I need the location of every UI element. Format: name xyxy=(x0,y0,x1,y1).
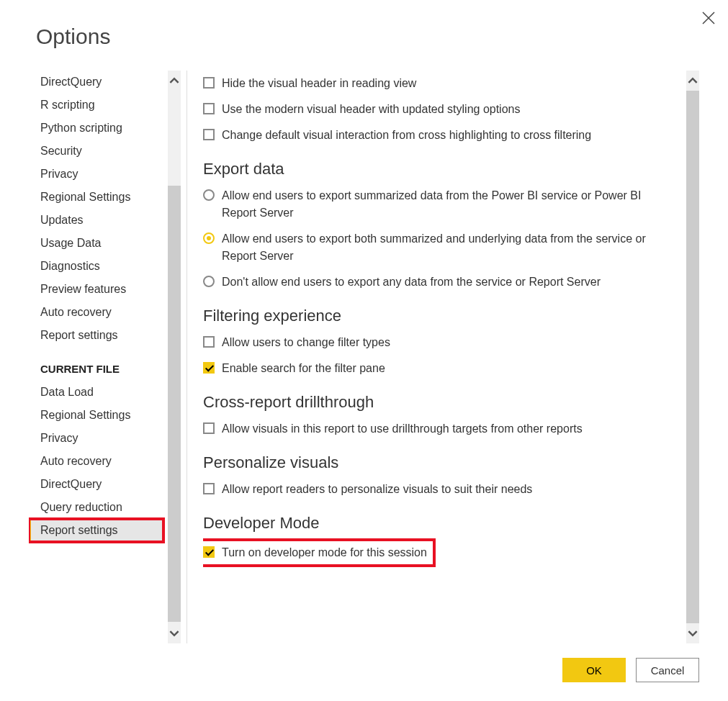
sidebar-item-security[interactable]: Security xyxy=(29,140,163,163)
option-label: Allow visuals in this report to use dril… xyxy=(222,420,583,438)
option-label: Allow users to change filter types xyxy=(222,334,390,351)
scroll-up-icon[interactable] xyxy=(168,71,181,91)
sidebar-item-data-load[interactable]: Data Load xyxy=(29,381,163,404)
sidebar-item-preview-features[interactable]: Preview features xyxy=(29,278,163,301)
content-scroll-thumb[interactable] xyxy=(686,91,699,623)
sidebar-item-regional-settings-file[interactable]: Regional Settings xyxy=(29,404,163,427)
option-label: Don't allow end users to export any data… xyxy=(222,273,601,291)
dialog-footer: OK Cancel xyxy=(562,658,699,682)
option-label: Enable search for the filter pane xyxy=(222,360,385,377)
checkbox-enable-search-filter-pane[interactable] xyxy=(203,362,215,374)
radio-export-summarized[interactable] xyxy=(203,189,215,201)
option-label: Allow end users to export summarized dat… xyxy=(222,187,670,222)
checkbox-change-default-interaction[interactable] xyxy=(203,129,215,140)
checkbox-cross-report-drillthrough[interactable] xyxy=(203,422,215,434)
option-label: Use the modern visual header with update… xyxy=(222,101,520,118)
sidebar-item-regional-settings[interactable]: Regional Settings xyxy=(29,186,163,209)
sidebar-item-python-scripting[interactable]: Python scripting xyxy=(29,117,163,140)
sidebar-item-auto-recovery[interactable]: Auto recovery xyxy=(29,301,163,324)
sidebar-section-current-file: CURRENT FILE xyxy=(29,347,163,381)
sidebar-item-directquery-file[interactable]: DirectQuery xyxy=(29,473,163,496)
heading-developer-mode: Developer Mode xyxy=(203,514,670,533)
checkbox-allow-change-filter-types[interactable] xyxy=(203,336,215,348)
checkbox-hide-visual-header[interactable] xyxy=(203,77,215,89)
close-icon[interactable] xyxy=(702,10,715,29)
scroll-down-icon[interactable] xyxy=(168,623,181,643)
sidebar: DirectQuery R scripting Python scripting… xyxy=(29,71,187,643)
option-label: Change default visual interaction from c… xyxy=(222,127,591,144)
dialog-title: Options xyxy=(36,24,110,49)
sidebar-item-privacy[interactable]: Privacy xyxy=(29,163,163,186)
sidebar-item-query-reduction[interactable]: Query reduction xyxy=(29,496,163,519)
cancel-button[interactable]: Cancel xyxy=(636,658,699,682)
heading-filtering-experience: Filtering experience xyxy=(203,307,670,325)
checkbox-modern-visual-header[interactable] xyxy=(203,103,215,114)
sidebar-item-usage-data[interactable]: Usage Data xyxy=(29,232,163,255)
sidebar-scroll-thumb[interactable] xyxy=(168,186,181,622)
sidebar-item-report-settings[interactable]: Report settings xyxy=(29,324,163,347)
scroll-down-icon[interactable] xyxy=(686,623,699,643)
option-label: Allow report readers to personalize visu… xyxy=(222,481,532,498)
sidebar-item-r-scripting[interactable]: R scripting xyxy=(29,94,163,117)
option-label: Turn on developer mode for this session xyxy=(222,544,427,561)
content-pane: Hide the visual header in reading view U… xyxy=(187,71,699,643)
sidebar-item-privacy-file[interactable]: Privacy xyxy=(29,427,163,450)
radio-export-none[interactable] xyxy=(203,276,215,287)
sidebar-item-diagnostics[interactable]: Diagnostics xyxy=(29,255,163,278)
heading-cross-report-drillthrough: Cross-report drillthrough xyxy=(203,393,670,412)
option-label: Hide the visual header in reading view xyxy=(222,75,416,92)
checkbox-developer-mode[interactable] xyxy=(203,546,215,558)
heading-personalize-visuals: Personalize visuals xyxy=(203,453,670,472)
sidebar-item-updates[interactable]: Updates xyxy=(29,209,163,232)
heading-export-data: Export data xyxy=(203,160,670,178)
option-label: Allow end users to export both summarize… xyxy=(222,230,670,265)
content-scrollbar[interactable] xyxy=(686,71,699,643)
scroll-up-icon[interactable] xyxy=(686,71,699,91)
sidebar-item-directquery[interactable]: DirectQuery xyxy=(29,71,163,94)
ok-button[interactable]: OK xyxy=(562,658,626,682)
sidebar-scrollbar[interactable] xyxy=(168,71,181,643)
radio-export-both[interactable] xyxy=(203,232,215,244)
sidebar-item-report-settings-file[interactable]: Report settings xyxy=(29,519,163,542)
sidebar-item-auto-recovery-file[interactable]: Auto recovery xyxy=(29,450,163,473)
checkbox-personalize-visuals[interactable] xyxy=(203,483,215,494)
